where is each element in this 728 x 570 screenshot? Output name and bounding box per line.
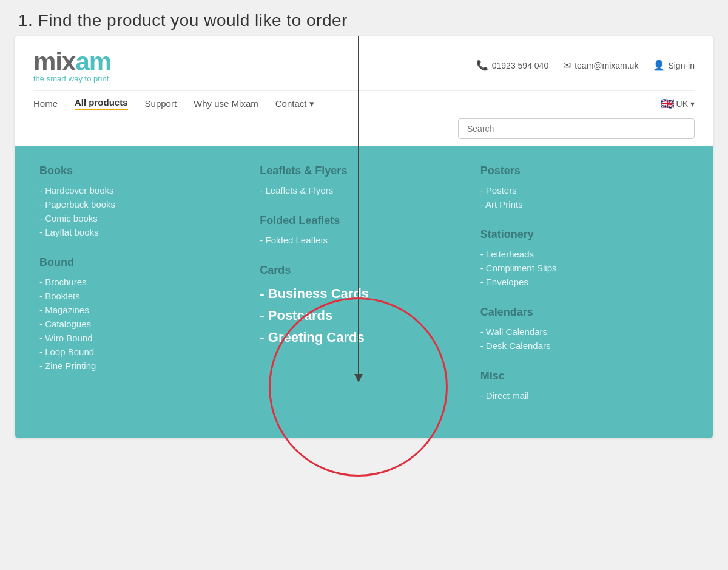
list-item[interactable]: - Booklets [39, 289, 248, 303]
site-header: mixam the smart way to print 📞 01923 594… [15, 36, 713, 139]
category-cards: Cards - Business Cards - Postcards - Gre… [260, 264, 468, 348]
books-title: Books [39, 165, 248, 177]
list-item[interactable]: - Greeting Cards [260, 327, 468, 348]
list-item[interactable]: - Folded Leaflets [260, 233, 468, 247]
cards-title: Cards [260, 264, 468, 277]
category-leaflets: Leaflets & Flyers - Leaflets & Flyers [260, 165, 468, 197]
cards-items: - Business Cards - Postcards - Greeting … [260, 283, 468, 348]
category-calendars: Calendars - Wall Calendars - Desk Calend… [480, 306, 689, 353]
lang-label: UK [676, 99, 688, 109]
leaflets-title: Leaflets & Flyers [260, 165, 468, 177]
category-misc: Misc - Direct mail [480, 370, 689, 402]
nav-contact[interactable]: Contact ▾ [275, 98, 314, 109]
phone-icon: 📞 [476, 59, 488, 71]
list-item[interactable]: - Wall Calendars [480, 325, 689, 339]
nav-all-products[interactable]: All products [75, 97, 128, 110]
header-top: mixam the smart way to print 📞 01923 594… [33, 47, 695, 83]
nav-links: Home All products Support Why use Mixam … [33, 91, 314, 116]
list-item[interactable]: - Envelopes [480, 275, 689, 289]
list-item[interactable]: - Hardcover books [39, 183, 248, 197]
site-container: mixam the smart way to print 📞 01923 594… [15, 36, 713, 438]
email-icon: ✉ [563, 59, 571, 71]
folded-items: - Folded Leaflets [260, 233, 468, 247]
products-column-2: Leaflets & Flyers - Leaflets & Flyers Fo… [260, 165, 468, 419]
lang-selector[interactable]: 🇬🇧 UK ▾ [661, 97, 695, 110]
logo-text-part1: mix [33, 47, 75, 76]
logo-text-part2: am [75, 47, 111, 76]
lang-chevron-icon: ▾ [690, 99, 695, 109]
list-item[interactable]: - Wiro Bound [39, 331, 248, 345]
list-item[interactable]: - Leaflets & Flyers [260, 183, 468, 197]
uk-flag-icon: 🇬🇧 [661, 97, 674, 110]
list-item[interactable]: - Letterheads [480, 247, 689, 261]
products-column-1: Books - Hardcover books - Paperback book… [39, 165, 248, 419]
phone-number: 01923 594 040 [492, 61, 548, 70]
search-box [458, 118, 695, 139]
arrow-annotation [358, 36, 359, 376]
logo-area: mixam the smart way to print [33, 47, 111, 83]
list-item[interactable]: - Compliment Slips [480, 261, 689, 275]
posters-items: - Posters - Art Prints [480, 183, 689, 211]
category-posters: Posters - Posters - Art Prints [480, 165, 689, 211]
books-items: - Hardcover books - Paperback books - Co… [39, 183, 248, 239]
calendars-items: - Wall Calendars - Desk Calendars [480, 325, 689, 353]
misc-items: - Direct mail [480, 388, 689, 402]
list-item[interactable]: - Postcards [260, 305, 468, 327]
products-area: Books - Hardcover books - Paperback book… [15, 146, 713, 438]
list-item[interactable]: - Art Prints [480, 197, 689, 211]
category-bound: Bound - Brochures - Booklets - Magazines… [39, 256, 248, 373]
bound-items: - Brochures - Booklets - Magazines - Cat… [39, 275, 248, 373]
list-item[interactable]: - Posters [480, 183, 689, 197]
stationery-title: Stationery [480, 228, 689, 241]
signin-label: Sign-in [668, 61, 695, 70]
phone-contact[interactable]: 📞 01923 594 040 [476, 59, 548, 71]
logo-text: mixam [33, 47, 111, 76]
calendars-title: Calendars [480, 306, 689, 319]
category-books: Books - Hardcover books - Paperback book… [39, 165, 248, 239]
list-item[interactable]: - Catalogues [39, 317, 248, 331]
step-heading: 1. Find the product you would like to or… [0, 0, 728, 36]
list-item[interactable]: - Zine Printing [39, 359, 248, 373]
list-item[interactable]: - Desk Calendars [480, 339, 689, 353]
list-item[interactable]: - Layflat books [39, 225, 248, 239]
list-item[interactable]: - Business Cards [260, 283, 468, 305]
user-icon: 👤 [653, 59, 665, 71]
header-contact: 📞 01923 594 040 ✉ team@mixam.uk 👤 Sign-i… [476, 59, 695, 71]
email-contact[interactable]: ✉ team@mixam.uk [563, 59, 638, 71]
logo-tagline: the smart way to print [33, 74, 111, 83]
site-nav: Home All products Support Why use Mixam … [33, 90, 695, 116]
list-item[interactable]: - Comic books [39, 211, 248, 225]
list-item[interactable]: - Magazines [39, 303, 248, 317]
list-item[interactable]: - Paperback books [39, 197, 248, 211]
posters-title: Posters [480, 165, 689, 177]
signin-button[interactable]: 👤 Sign-in [653, 59, 695, 71]
nav-right: 🇬🇧 UK ▾ [661, 97, 695, 110]
folded-title: Folded Leaflets [260, 214, 468, 227]
email-address: team@mixam.uk [575, 61, 638, 70]
list-item[interactable]: - Loop Bound [39, 345, 248, 359]
list-item[interactable]: - Direct mail [480, 388, 689, 402]
nav-home[interactable]: Home [33, 98, 58, 109]
search-input[interactable] [458, 118, 695, 139]
stationery-items: - Letterheads - Compliment Slips - Envel… [480, 247, 689, 289]
category-folded: Folded Leaflets - Folded Leaflets [260, 214, 468, 247]
leaflets-items: - Leaflets & Flyers [260, 183, 468, 197]
products-column-3: Posters - Posters - Art Prints Stationer… [480, 165, 689, 419]
category-stationery: Stationery - Letterheads - Compliment Sl… [480, 228, 689, 289]
list-item[interactable]: - Brochures [39, 275, 248, 289]
misc-title: Misc [480, 370, 689, 382]
nav-support[interactable]: Support [145, 98, 177, 109]
bound-title: Bound [39, 256, 248, 269]
nav-why-mixam[interactable]: Why use Mixam [194, 98, 258, 109]
